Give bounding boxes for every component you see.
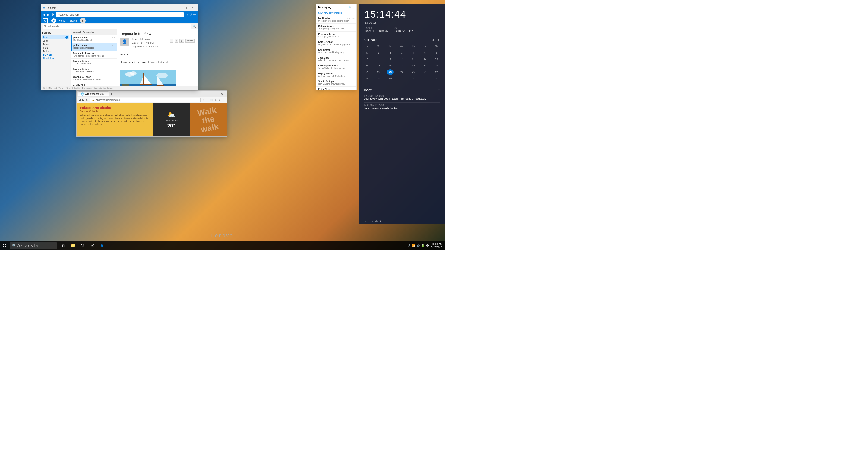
settings-icon[interactable]: ⋯ xyxy=(193,13,196,16)
folder-pop[interactable]: POP 116 xyxy=(42,53,69,57)
folder-new[interactable]: New folder xyxy=(42,57,69,60)
outlook-search-bar: 🔍 xyxy=(41,23,198,29)
contact-happy[interactable]: Happy Waller Just saw you with Phillip L… xyxy=(316,71,356,79)
folder-deleted[interactable]: Deleted xyxy=(42,50,69,53)
contact-cellina[interactable]: Cellina McIntyre Just getting sailing th… xyxy=(316,24,356,32)
refresh-button[interactable]: ↻ xyxy=(52,13,54,17)
browser-tab-active[interactable]: 🌐 Wilder Wanderers ✕ xyxy=(78,91,109,96)
browser-minimize-btn[interactable]: ─ xyxy=(205,90,212,97)
footer-privacy[interactable]: Privacy & Cookies xyxy=(65,87,80,89)
folder-inbox[interactable]: Inbox 2 xyxy=(42,35,69,39)
refresh-icon[interactable]: ↺ xyxy=(189,13,192,16)
outlook-footer: © 2016 Microsoft Terms Privacy & Cookies… xyxy=(41,86,198,90)
new-conversation-btn[interactable]: Start new conversation xyxy=(316,10,356,16)
contact-ian[interactable]: Yesterday Ian Burries Mike Romer is also… xyxy=(316,16,356,24)
contact-seb[interactable]: Seb Cotton How does the drinking party xyxy=(316,47,356,55)
cal-prev-btn[interactable]: ▲ xyxy=(432,38,435,41)
tab-close-button[interactable]: ✕ xyxy=(104,93,106,95)
from-field: From: phillexus.net xyxy=(131,37,159,41)
chevron-down-icon: ▼ xyxy=(379,220,381,222)
browser-forward-btn[interactable]: ▶ xyxy=(82,98,85,102)
maximize-button[interactable]: ☐ xyxy=(182,4,189,11)
hub-icon[interactable]: ☰ xyxy=(206,98,209,102)
more-icon[interactable]: ⋯ xyxy=(222,98,225,102)
email-preview-pane: Regatta in full flow 👤 From: phillexus.n… xyxy=(117,29,198,86)
new-email-button[interactable]: + xyxy=(52,18,56,23)
browser-url-bar[interactable]: 🔒 wilder-wanderers/home xyxy=(90,98,200,102)
actions-button[interactable]: Actions xyxy=(185,39,194,42)
outlook-logo: O xyxy=(42,18,48,23)
messaging-header: Messaging 🔍 ⋯ xyxy=(316,4,356,10)
folder-drafts[interactable]: Drafts xyxy=(42,42,69,46)
email-item[interactable]: Joanna R. Forrester Fund Management Team… xyxy=(71,51,117,59)
close-button[interactable]: ✕ xyxy=(189,4,196,11)
browser-maximize-btn[interactable]: ☐ xyxy=(212,90,218,97)
view-all-label[interactable]: View All xyxy=(73,31,81,33)
reply-up-button[interactable]: ↑ xyxy=(170,39,174,42)
folder-sent[interactable]: Sent xyxy=(42,46,69,50)
taskview-button[interactable]: ⧉ xyxy=(58,241,68,250)
contact-peter[interactable]: Peter Cies Will you be making it down fo… xyxy=(316,87,356,90)
ribbon-tab-home[interactable]: Home xyxy=(59,20,65,22)
bookmark-icon[interactable]: ☆ xyxy=(202,98,205,102)
svg-rect-15 xyxy=(3,244,4,245)
mail-button[interactable]: ✉ xyxy=(88,241,97,250)
url-text: wilder-wanderers/home xyxy=(96,99,120,101)
contact-christopher[interactable]: Christopher Annie Jenny Walker looking f… xyxy=(316,63,356,71)
contact-penelope[interactable]: Penelope Legg Can't get your number xyxy=(316,32,356,39)
browser-refresh-btn[interactable]: ↻ xyxy=(86,98,89,102)
more-icon[interactable]: ⋯ xyxy=(352,6,354,8)
browser-back-btn[interactable]: ◀ xyxy=(79,98,81,102)
contact-stacfo[interactable]: Stacfo Octogan How was the show last tim… xyxy=(316,79,356,87)
url-bar[interactable]: https://outlook.com xyxy=(56,12,184,17)
edge-icon: 🌐 xyxy=(81,92,84,96)
search-placeholder: Ask me anything xyxy=(18,244,38,247)
email-item[interactable]: Jeremy Vidiley Marketing Event Plans xyxy=(71,66,117,74)
messaging-panel: Messaging 🔍 ⋯ Start new conversation Yes… xyxy=(316,4,356,90)
browser-close-btn[interactable]: ✕ xyxy=(218,90,225,97)
calendar-panel: 15:14:44 23-06-18 Eastern 19:28:42 Yeste… xyxy=(359,4,445,224)
cal-next-btn[interactable]: ▼ xyxy=(437,38,440,41)
store-button[interactable]: 🛍 xyxy=(78,241,87,250)
notes-icon[interactable]: ✏ xyxy=(215,98,217,102)
email-item[interactable]: Tue phillexus.net Boat Building Updates xyxy=(71,43,117,51)
edge-button[interactable]: e xyxy=(97,241,106,250)
location-title[interactable]: Poketo, Arts District xyxy=(80,106,149,110)
footer-terms[interactable]: Terms xyxy=(59,87,64,89)
contact-jack[interactable]: Jack Lake What does your appointment say xyxy=(316,55,356,63)
email-item[interactable]: Tue phillexus.net Boat Building Updates xyxy=(71,35,117,43)
delete-button[interactable]: 🗑 xyxy=(180,39,184,42)
add-event-button[interactable]: + xyxy=(437,88,440,92)
minimize-button[interactable]: ─ xyxy=(175,4,182,11)
svg-rect-14 xyxy=(122,84,128,86)
browser-section-walk: Walkthewalk xyxy=(190,103,227,136)
taskbar-search-bar[interactable]: 🔍 Ask me anything xyxy=(10,242,57,249)
email-item[interactable]: Joanna R. Fozen Mrs Jane Copeland's Acco… xyxy=(71,74,117,82)
folders-heading: Folders xyxy=(42,31,69,34)
search-icon[interactable]: 🔍 xyxy=(348,6,351,8)
start-button[interactable] xyxy=(0,241,9,250)
back-button[interactable]: ◀ xyxy=(42,13,45,17)
explorer-button[interactable]: 📁 xyxy=(68,241,78,250)
share-icon[interactable]: ↗ xyxy=(218,98,221,102)
email-item[interactable]: C. McBrigs Private View for Fund Manager… xyxy=(71,82,117,86)
taskbar: 🔍 Ask me anything ⧉ 📁 🛍 ✉ e 🎤 📶 🔊 🔋 💬 10… xyxy=(0,241,445,250)
hide-agenda-button[interactable]: Hide agenda ▼ xyxy=(359,218,445,224)
window-controls: ─ ☐ ✕ xyxy=(175,4,196,11)
star-icon[interactable]: ☆ xyxy=(186,13,188,16)
footer-developers[interactable]: Developers xyxy=(82,87,91,89)
new-tab-button[interactable]: + xyxy=(109,92,114,96)
reader-icon[interactable]: 📖 xyxy=(210,98,213,102)
contact-kate[interactable]: Kate Brennan Do you still run the therap… xyxy=(316,39,356,47)
search-input[interactable] xyxy=(42,24,191,29)
cal-week: 21 22 23 24 25 26 27 xyxy=(364,69,440,75)
system-clock[interactable]: 10:08 AM 3/17/2018 xyxy=(431,242,442,249)
search-button[interactable]: 🔍 xyxy=(193,25,196,28)
forward-button[interactable]: ▶ xyxy=(47,13,50,17)
arrange-by-label[interactable]: Arrange by xyxy=(83,31,94,33)
user-name: Steven xyxy=(70,20,77,22)
action-center-icon[interactable]: 💬 xyxy=(426,244,429,247)
folder-junk[interactable]: Junk xyxy=(42,39,69,42)
email-item[interactable]: Jeremy Vidiley Minutes 06/03/2016 xyxy=(71,59,117,66)
reply-down-button[interactable]: ↓ xyxy=(175,39,178,42)
